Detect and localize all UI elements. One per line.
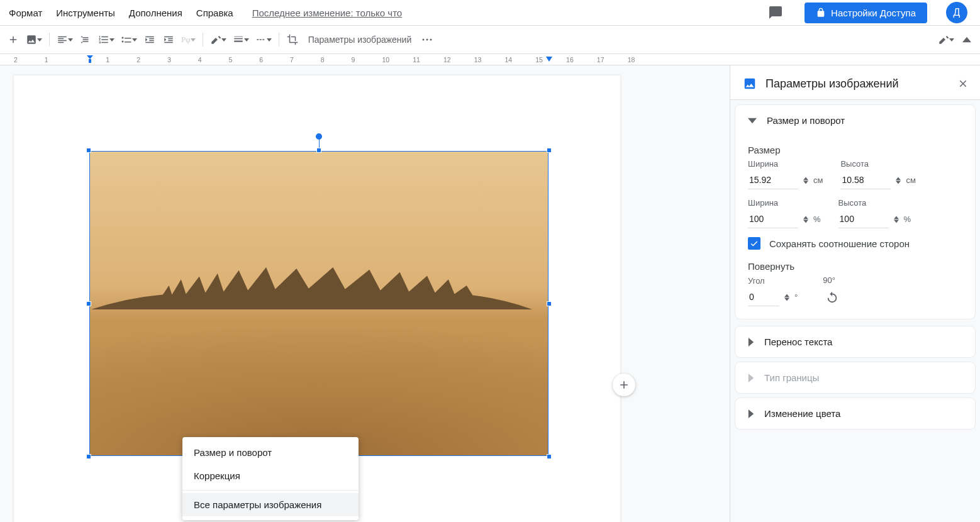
ruler-tick: 17	[597, 56, 626, 64]
ruler-tick: 2	[14, 56, 43, 64]
unit-pct: %	[813, 214, 821, 224]
document-canvas[interactable]: Размер и поворот Коррекция Все параметры…	[0, 65, 730, 522]
close-panel-icon[interactable]	[957, 78, 969, 89]
align-button[interactable]	[54, 31, 75, 48]
angle-unit: °	[794, 292, 798, 302]
last-edit-link[interactable]: Последнее изменение: только что	[252, 8, 403, 18]
section-border-type: Тип границы	[735, 362, 975, 393]
share-button-label: Настройки Доступа	[831, 8, 916, 18]
angle-stepper[interactable]	[784, 294, 789, 301]
unit-cm: см	[906, 175, 915, 185]
panel-title: Параметры изображений	[766, 77, 949, 91]
height-pct-label: Высота	[838, 198, 911, 208]
accordion-recolor-header[interactable]: Изменение цвета	[735, 398, 975, 429]
toolbar: Рφ Параметры изображений	[0, 25, 980, 54]
image-options-panel: Параметры изображений Размер и поворот Р…	[730, 65, 980, 522]
indent-left-marker-icon[interactable]	[87, 55, 93, 63]
ctx-size-rotation[interactable]: Размер и поворот	[182, 441, 359, 464]
ruler-tick: 1	[106, 56, 135, 64]
rotate-heading: Повернуть	[748, 261, 962, 272]
accordion-recolor-title: Изменение цвета	[764, 408, 840, 419]
accordion-size-rotation-header[interactable]: Размер и поворот	[735, 105, 975, 136]
ruler-tick: 18	[628, 56, 657, 64]
resize-handle-n[interactable]	[316, 148, 321, 153]
indent-decrease-button[interactable]	[141, 31, 159, 48]
menu-format[interactable]: Формат	[8, 5, 43, 21]
image-options-text-button[interactable]: Параметры изображений	[302, 35, 418, 45]
border-weight-button[interactable]	[230, 31, 252, 48]
chevron-down-icon	[748, 118, 757, 124]
menu-addons[interactable]: Дополнения	[128, 5, 184, 21]
accordion-text-wrap-header[interactable]: Перенос текста	[735, 326, 975, 357]
lock-aspect-checkbox[interactable]	[748, 237, 760, 250]
section-size-rotation: Размер и поворот Размер Ширина см Высота	[735, 105, 975, 319]
accordion-size-rotation-title: Размер и поворот	[767, 115, 845, 126]
account-avatar[interactable]: Д	[946, 2, 967, 23]
resize-handle-se[interactable]	[547, 454, 552, 459]
angle-label: Угол	[748, 276, 798, 286]
section-text-wrap: Перенос текста	[735, 326, 975, 357]
width-pct-input[interactable]	[748, 210, 798, 228]
editing-mode-button[interactable]	[935, 31, 957, 48]
width-cm-stepper[interactable]	[803, 177, 808, 184]
width-pct-stepper[interactable]	[803, 216, 808, 223]
share-button[interactable]: Настройки Доступа	[805, 3, 927, 23]
chevron-right-icon	[748, 338, 754, 347]
comments-icon[interactable]	[766, 3, 786, 23]
resize-handle-e[interactable]	[547, 301, 552, 306]
width-pct-label: Ширина	[748, 198, 821, 208]
ruler-tick: 5	[228, 56, 257, 64]
ruler-tick: 10	[382, 56, 411, 64]
size-heading: Размер	[748, 145, 962, 155]
menu-bar: Формат Инструменты Дополнения Справка По…	[0, 0, 980, 25]
ruler-tick: 3	[167, 56, 196, 64]
section-recolor: Изменение цвета	[735, 398, 975, 429]
ruler-tick: 1	[45, 56, 74, 64]
insert-image-button[interactable]	[23, 31, 45, 48]
ruler-tick: 13	[474, 56, 503, 64]
image-context-menu: Размер и поворот Коррекция Все параметры…	[182, 437, 359, 520]
border-color-button[interactable]	[208, 31, 229, 48]
resize-handle-nw[interactable]	[86, 148, 91, 153]
line-spacing-button[interactable]	[77, 31, 94, 48]
selected-image[interactable]	[89, 151, 548, 456]
collapse-toolbar-button[interactable]	[958, 31, 976, 48]
resize-handle-sw[interactable]	[86, 454, 91, 459]
rotation-handle[interactable]	[316, 133, 322, 140]
ruler-tick: 8	[321, 56, 350, 64]
svg-rect-0	[89, 59, 91, 63]
ruler-tick: 2	[136, 56, 165, 64]
crop-button[interactable]	[284, 31, 301, 48]
rotate-90-label: 90°	[823, 275, 842, 285]
height-cm-stepper[interactable]	[896, 177, 901, 184]
menu-tools[interactable]: Инструменты	[55, 5, 116, 21]
unit-pct: %	[904, 214, 911, 224]
more-button[interactable]	[418, 31, 436, 48]
height-pct-stepper[interactable]	[894, 216, 899, 223]
unit-cm: см	[813, 175, 823, 185]
chevron-right-icon	[748, 374, 754, 382]
angle-input[interactable]	[748, 288, 779, 306]
insert-plus-button[interactable]	[4, 31, 22, 48]
horizontal-ruler[interactable]: 2 1 1 2 3 4 5 6 7 8 9 10 11 12 13 14 15 …	[0, 54, 980, 65]
height-cm-input[interactable]	[840, 171, 891, 189]
border-dash-button[interactable]	[253, 31, 274, 48]
chevron-right-icon	[748, 409, 754, 418]
height-pct-input[interactable]	[838, 210, 889, 228]
bulleted-list-button[interactable]	[118, 31, 140, 48]
accordion-border-type-header[interactable]: Тип границы	[735, 362, 975, 393]
resize-handle-ne[interactable]	[547, 148, 552, 153]
ruler-tick: 14	[505, 56, 534, 64]
menu-help[interactable]: Справка	[195, 5, 235, 21]
indent-right-marker-icon[interactable]	[546, 57, 552, 62]
resize-handle-w[interactable]	[86, 301, 91, 306]
width-cm-input[interactable]	[748, 171, 798, 189]
numbered-list-button[interactable]	[96, 31, 117, 48]
lock-aspect-label: Сохранять соотношение сторон	[769, 238, 910, 249]
indent-increase-button[interactable]	[160, 31, 177, 48]
ctx-all-image-options[interactable]: Все параметры изображения	[182, 493, 359, 516]
clear-format-button[interactable]: Рφ	[179, 31, 198, 48]
ctx-adjustments[interactable]: Коррекция	[182, 464, 359, 487]
rotate-90-button[interactable]	[823, 287, 842, 306]
add-comment-float-button[interactable]	[613, 374, 635, 396]
